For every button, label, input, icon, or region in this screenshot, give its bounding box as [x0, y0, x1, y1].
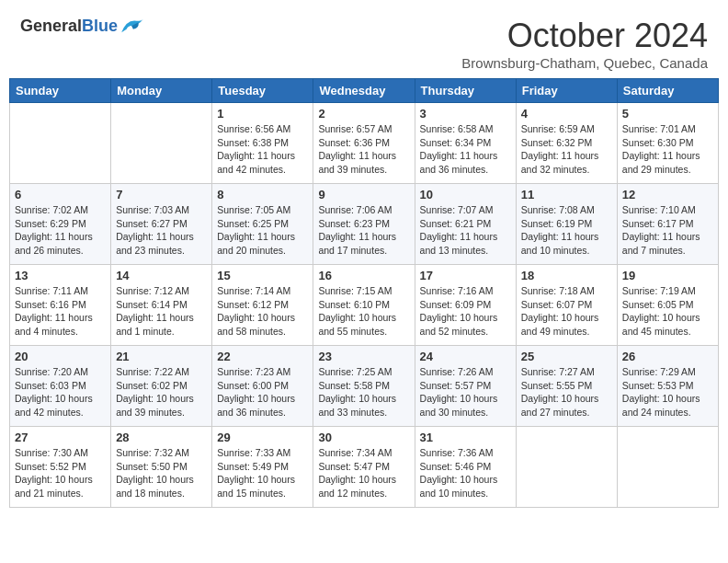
calendar-cell: 21Sunrise: 7:22 AMSunset: 6:02 PMDayligh…: [111, 346, 212, 427]
calendar-cell: 2Sunrise: 6:57 AMSunset: 6:36 PMDaylight…: [313, 103, 415, 184]
calendar-cell: 30Sunrise: 7:34 AMSunset: 5:47 PMDayligh…: [313, 427, 415, 508]
day-number: 5: [622, 107, 713, 121]
day-number: 11: [521, 188, 612, 201]
day-info: Sunrise: 7:10 AMSunset: 6:17 PMDaylight:…: [622, 203, 713, 258]
day-number: 7: [116, 188, 207, 201]
calendar-cell: 4Sunrise: 6:59 AMSunset: 6:32 PMDaylight…: [516, 103, 617, 184]
day-info: Sunrise: 7:25 AMSunset: 5:58 PMDaylight:…: [318, 365, 409, 419]
day-info: Sunrise: 7:02 AMSunset: 6:29 PMDaylight:…: [15, 203, 106, 258]
calendar-cell: 13Sunrise: 7:11 AMSunset: 6:16 PMDayligh…: [10, 265, 111, 346]
day-number: 4: [521, 107, 612, 121]
calendar-cell: 17Sunrise: 7:16 AMSunset: 6:09 PMDayligh…: [415, 265, 516, 346]
calendar-week-2: 6Sunrise: 7:02 AMSunset: 6:29 PMDaylight…: [10, 184, 719, 265]
day-number: 29: [217, 431, 308, 444]
logo-bird-icon: [119, 17, 145, 36]
day-number: 17: [420, 269, 511, 282]
day-number: 13: [15, 269, 106, 282]
day-number: 6: [15, 188, 106, 201]
day-info: Sunrise: 7:06 AMSunset: 6:23 PMDaylight:…: [318, 203, 409, 258]
day-info: Sunrise: 7:34 AMSunset: 5:47 PMDaylight:…: [318, 446, 409, 500]
day-info: Sunrise: 7:03 AMSunset: 6:27 PMDaylight:…: [116, 203, 207, 258]
calendar-cell: 3Sunrise: 6:58 AMSunset: 6:34 PMDaylight…: [415, 103, 516, 184]
calendar-cell: 27Sunrise: 7:30 AMSunset: 5:52 PMDayligh…: [10, 427, 111, 508]
day-info: Sunrise: 7:32 AMSunset: 5:50 PMDaylight:…: [116, 446, 207, 500]
calendar-cell: 7Sunrise: 7:03 AMSunset: 6:27 PMDaylight…: [111, 184, 212, 265]
day-number: 20: [15, 350, 106, 363]
calendar-cell: [10, 103, 111, 184]
calendar-cell: 20Sunrise: 7:20 AMSunset: 6:03 PMDayligh…: [10, 346, 111, 427]
column-header-tuesday: Tuesday: [212, 79, 313, 103]
day-info: Sunrise: 7:33 AMSunset: 5:49 PMDaylight:…: [217, 446, 308, 500]
calendar-cell: 22Sunrise: 7:23 AMSunset: 6:00 PMDayligh…: [212, 346, 313, 427]
calendar-cell: 6Sunrise: 7:02 AMSunset: 6:29 PMDaylight…: [10, 184, 111, 265]
day-info: Sunrise: 7:29 AMSunset: 5:53 PMDaylight:…: [622, 365, 713, 419]
day-info: Sunrise: 7:23 AMSunset: 6:00 PMDaylight:…: [217, 365, 308, 419]
day-number: 9: [318, 188, 409, 201]
day-info: Sunrise: 7:16 AMSunset: 6:09 PMDaylight:…: [420, 284, 511, 339]
column-header-sunday: Sunday: [10, 79, 111, 103]
calendar-cell: [111, 103, 212, 184]
day-info: Sunrise: 7:19 AMSunset: 6:05 PMDaylight:…: [622, 284, 713, 339]
calendar-cell: 12Sunrise: 7:10 AMSunset: 6:17 PMDayligh…: [617, 184, 718, 265]
logo-general-text: General: [20, 17, 82, 35]
month-title: October 2024: [461, 17, 708, 55]
calendar-header-row: SundayMondayTuesdayWednesdayThursdayFrid…: [10, 79, 719, 103]
day-number: 14: [116, 269, 207, 282]
title-block: October 2024 Brownsburg-Chatham, Quebec,…: [461, 17, 708, 71]
calendar-cell: 24Sunrise: 7:26 AMSunset: 5:57 PMDayligh…: [415, 346, 516, 427]
day-number: 25: [521, 350, 612, 363]
calendar-cell: 5Sunrise: 7:01 AMSunset: 6:30 PMDaylight…: [617, 103, 718, 184]
day-info: Sunrise: 7:36 AMSunset: 5:46 PMDaylight:…: [420, 446, 511, 500]
day-number: 18: [521, 269, 612, 282]
day-info: Sunrise: 7:18 AMSunset: 6:07 PMDaylight:…: [521, 284, 612, 339]
day-info: Sunrise: 7:27 AMSunset: 5:55 PMDaylight:…: [521, 365, 612, 419]
day-info: Sunrise: 7:11 AMSunset: 6:16 PMDaylight:…: [15, 284, 106, 339]
day-number: 23: [318, 350, 409, 363]
day-number: 3: [420, 107, 511, 121]
calendar-week-4: 20Sunrise: 7:20 AMSunset: 6:03 PMDayligh…: [10, 346, 719, 427]
day-number: 31: [420, 431, 511, 444]
calendar-cell: 14Sunrise: 7:12 AMSunset: 6:14 PMDayligh…: [111, 265, 212, 346]
column-header-wednesday: Wednesday: [313, 79, 415, 103]
day-info: Sunrise: 7:14 AMSunset: 6:12 PMDaylight:…: [217, 284, 308, 339]
calendar-week-1: 1Sunrise: 6:56 AMSunset: 6:38 PMDaylight…: [10, 103, 719, 184]
calendar-cell: 1Sunrise: 6:56 AMSunset: 6:38 PMDaylight…: [212, 103, 313, 184]
day-number: 27: [15, 431, 106, 444]
day-info: Sunrise: 7:12 AMSunset: 6:14 PMDaylight:…: [116, 284, 207, 339]
day-number: 19: [622, 269, 713, 282]
day-info: Sunrise: 7:05 AMSunset: 6:25 PMDaylight:…: [217, 203, 308, 258]
calendar-cell: 25Sunrise: 7:27 AMSunset: 5:55 PMDayligh…: [516, 346, 617, 427]
calendar-cell: 9Sunrise: 7:06 AMSunset: 6:23 PMDaylight…: [313, 184, 415, 265]
day-info: Sunrise: 7:30 AMSunset: 5:52 PMDaylight:…: [15, 446, 106, 500]
calendar-cell: 29Sunrise: 7:33 AMSunset: 5:49 PMDayligh…: [212, 427, 313, 508]
calendar-cell: 11Sunrise: 7:08 AMSunset: 6:19 PMDayligh…: [516, 184, 617, 265]
calendar-cell: 19Sunrise: 7:19 AMSunset: 6:05 PMDayligh…: [617, 265, 718, 346]
day-number: 28: [116, 431, 207, 444]
calendar-week-5: 27Sunrise: 7:30 AMSunset: 5:52 PMDayligh…: [10, 427, 719, 508]
day-number: 10: [420, 188, 511, 201]
day-info: Sunrise: 7:20 AMSunset: 6:03 PMDaylight:…: [15, 365, 106, 419]
calendar-table: SundayMondayTuesdayWednesdayThursdayFrid…: [9, 78, 719, 508]
day-info: Sunrise: 7:22 AMSunset: 6:02 PMDaylight:…: [116, 365, 207, 419]
calendar-cell: 10Sunrise: 7:07 AMSunset: 6:21 PMDayligh…: [415, 184, 516, 265]
page-header: GeneralBlue October 2024 Brownsburg-Chat…: [9, 9, 719, 75]
column-header-saturday: Saturday: [617, 79, 718, 103]
day-info: Sunrise: 6:59 AMSunset: 6:32 PMDaylight:…: [521, 122, 612, 177]
calendar-cell: 15Sunrise: 7:14 AMSunset: 6:12 PMDayligh…: [212, 265, 313, 346]
day-number: 30: [318, 431, 409, 444]
calendar-cell: 26Sunrise: 7:29 AMSunset: 5:53 PMDayligh…: [617, 346, 718, 427]
calendar-cell: 16Sunrise: 7:15 AMSunset: 6:10 PMDayligh…: [313, 265, 415, 346]
day-info: Sunrise: 7:15 AMSunset: 6:10 PMDaylight:…: [318, 284, 409, 339]
day-info: Sunrise: 6:58 AMSunset: 6:34 PMDaylight:…: [420, 122, 511, 177]
day-number: 24: [420, 350, 511, 363]
day-number: 1: [217, 107, 308, 121]
calendar-cell: 31Sunrise: 7:36 AMSunset: 5:46 PMDayligh…: [415, 427, 516, 508]
column-header-thursday: Thursday: [415, 79, 516, 103]
day-info: Sunrise: 7:01 AMSunset: 6:30 PMDaylight:…: [622, 122, 713, 177]
logo-blue-text: Blue: [82, 17, 118, 35]
calendar-cell: [617, 427, 718, 508]
calendar-cell: 18Sunrise: 7:18 AMSunset: 6:07 PMDayligh…: [516, 265, 617, 346]
day-info: Sunrise: 7:26 AMSunset: 5:57 PMDaylight:…: [420, 365, 511, 419]
day-number: 12: [622, 188, 713, 201]
location-subtitle: Brownsburg-Chatham, Quebec, Canada: [461, 55, 708, 71]
